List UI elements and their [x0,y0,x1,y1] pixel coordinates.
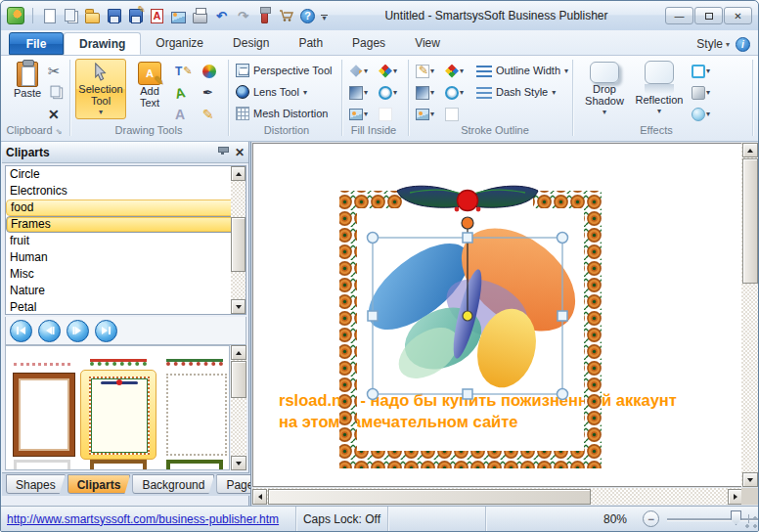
copy-button[interactable] [48,83,71,102]
mesh-distortion-button[interactable]: Mesh Distortion [236,107,328,120]
selection-tool-button[interactable]: Selection Tool▾ [75,59,126,119]
pin-icon[interactable] [215,146,229,159]
stroke-gradient-circle-button[interactable]: ▾ [445,83,469,102]
category-list-scrollbar[interactable] [231,166,246,314]
document-page[interactable]: rsload.net - надо бы купить пожизненный … [252,143,742,487]
thumbnail-frame-selected[interactable] [80,370,156,460]
resize-handle-w[interactable] [368,311,378,321]
stroke-gradient-square-button[interactable]: ▾ [416,83,439,102]
thumbnail-frame-partial[interactable] [166,460,223,470]
pen-path-tool-icon[interactable]: ✒ [202,83,226,102]
resize-grip[interactable] [744,515,758,529]
open-folder-icon[interactable] [84,8,101,24]
fill-bucket-button[interactable]: ▾ [349,62,373,80]
resize-handle-sw[interactable] [368,389,379,400]
scroll-right-button[interactable] [728,489,742,505]
effect-blue-outline-button[interactable]: ▾ [692,62,715,80]
thumbnail-frame-partial[interactable] [90,460,147,470]
redo-icon[interactable]: ↷ [235,8,251,24]
tab-pages[interactable]: Pages [337,32,400,55]
resize-handle-nw[interactable] [368,233,379,244]
website-link[interactable]: http://www.smartsyssoft.com/business-pub… [7,512,279,526]
stroke-color-diamond-button[interactable]: ▾ [445,62,469,80]
fill-gradient-circle-button[interactable]: ▾ [379,83,402,102]
tab-view[interactable]: View [400,32,455,55]
tab-background[interactable]: Background [132,474,214,494]
resize-handle-ne[interactable] [558,233,568,244]
undo-icon[interactable]: ↶ [213,8,230,24]
canvas-vertical-scrollbar[interactable] [741,143,758,487]
app-icon[interactable] [7,7,24,24]
center-handle[interactable] [463,311,472,321]
effect-gradient-square-button[interactable]: ▾ [692,83,715,102]
lens-tool-button[interactable]: Lens Tool▾ [236,85,307,99]
next-page-button[interactable] [67,320,89,342]
scroll-down-button[interactable] [231,456,246,470]
cut-button[interactable]: ✂ [48,62,71,80]
shopping-cart-icon[interactable] [278,8,294,24]
text-edit-tool-icon[interactable]: T✎ [175,62,199,80]
category-circle[interactable]: Circle [6,166,246,183]
toolbar-options-icon[interactable]: ▾ [321,12,328,21]
tab-organize[interactable]: Organize [141,32,218,55]
artistic-text-tool-icon[interactable]: A [175,83,199,102]
category-food[interactable]: food [6,200,246,216]
outline-width-button[interactable]: Outline Width▾ [476,64,568,77]
resize-handle-e[interactable] [558,311,567,321]
fill-color-diamond-button[interactable]: ▾ [379,62,402,80]
print-icon[interactable] [192,8,208,24]
pencil-tool-icon[interactable]: ✎ [202,105,226,123]
stroke-pen-edit-button[interactable]: ▾ [416,62,439,80]
stroke-none-swatch[interactable] [445,105,469,123]
resize-handle-s[interactable] [463,389,472,399]
thumbnail-frame-partial[interactable] [90,346,147,366]
clipart-palette-icon[interactable] [202,62,226,80]
drop-shadow-button[interactable]: Drop Shadow▾ [582,59,627,119]
thumbnail-frame-white[interactable] [166,374,227,456]
effect-sphere-button[interactable]: ▾ [692,105,715,123]
tab-design[interactable]: Design [218,32,284,55]
category-misc[interactable]: Misc [6,266,246,283]
thumbnails-scrollbar[interactable] [231,345,246,470]
thumbnail-frame-partial[interactable] [14,460,70,470]
info-icon[interactable]: i [736,37,750,52]
new-document-icon[interactable] [41,8,58,24]
canvas-horizontal-scrollbar[interactable] [252,488,742,505]
scroll-up-button[interactable] [231,166,246,181]
tab-path[interactable]: Path [284,32,337,55]
scrollbar-thumb[interactable] [268,489,591,505]
style-menu-button[interactable]: Style▾ [696,37,730,51]
prev-page-button[interactable] [38,320,61,342]
scroll-down-button[interactable] [742,472,758,487]
category-frames[interactable]: Frames [6,216,246,233]
save-as-icon[interactable] [127,8,144,24]
tab-drawing[interactable]: Drawing [64,32,141,55]
restore-button[interactable] [694,7,723,24]
save-icon[interactable] [106,8,122,24]
resize-handle-n[interactable] [463,233,472,243]
export-pdf-icon[interactable]: A [149,8,165,24]
zoom-out-button[interactable]: − [643,510,659,527]
scrollbar-thumb[interactable] [231,217,246,272]
scroll-down-button[interactable] [231,299,246,314]
dash-style-button[interactable]: Dash Style▾ [476,85,556,99]
thumbnail-frame-partial[interactable] [166,346,223,366]
scroll-left-button[interactable] [252,489,267,505]
tab-shapes[interactable]: Shapes [6,474,66,494]
fill-none-swatch[interactable] [379,105,402,123]
panel-close-icon[interactable]: ✕ [235,146,245,159]
category-nature[interactable]: Nature [6,283,246,299]
last-page-button[interactable] [95,320,117,342]
reflection-button[interactable]: Reflection▾ [635,59,684,119]
scrollbar-thumb[interactable] [742,158,758,284]
delete-button[interactable]: ✕ [48,105,71,123]
first-page-button[interactable] [10,320,32,342]
fill-image-button[interactable]: ▾ [349,105,373,123]
tab-file[interactable]: File [9,32,64,55]
scroll-up-button[interactable] [742,143,758,157]
close-button[interactable]: ✕ [724,7,752,24]
paint-brush-icon[interactable] [256,8,273,24]
resize-handle-se[interactable] [558,389,568,400]
fill-gradient-square-button[interactable]: ▾ [349,83,373,102]
category-electronics[interactable]: Electronics [6,183,246,200]
